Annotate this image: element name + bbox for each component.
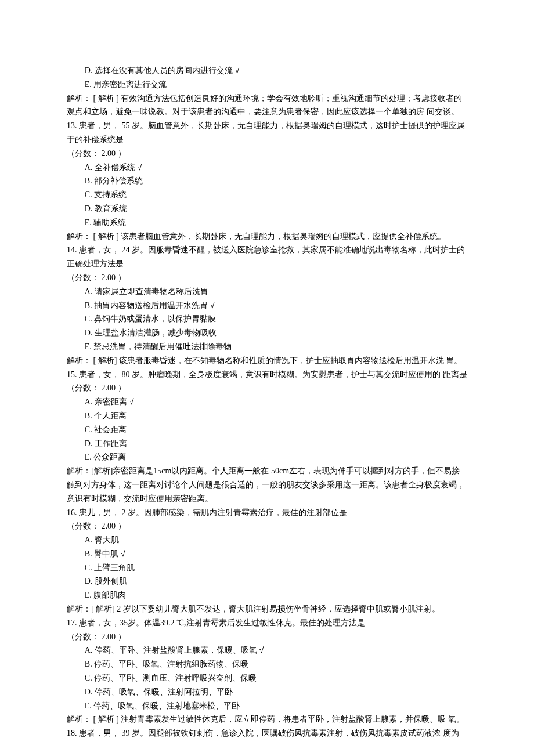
option-text: 臀大肌 <box>95 536 119 544</box>
answer-option: B. 臀中肌 √ <box>67 547 467 561</box>
question: 15. 患者，女， 80 岁。肿瘤晚期，全身极度衰竭，意识有时模糊。为安慰患者，… <box>67 368 467 506</box>
check-mark-icon: √ <box>118 549 125 558</box>
question: 14. 患者，女， 24 岁。因服毒昏迷不醒，被送入医院急诊室抢救，其家属不能准… <box>67 243 467 367</box>
option-text: 停药、平卧、注射盐酸肾上腺素，保暖、吸氧 <box>95 646 257 654</box>
question-stem: 17. 患者，女，35岁。体温39.2 ℃,注射青霉素后发生过敏性休克。最佳的处… <box>67 616 467 630</box>
option-text: 请家属立即查清毒物名称后洗胃 <box>95 287 208 296</box>
question-stem: 13. 患者，男， 55 岁。脑血管意外，长期卧床，无自理能力，根据奥瑞姆的自理… <box>67 119 467 147</box>
option-text: 部分补偿系统 <box>94 176 143 185</box>
answer-option: D. 教育系统 <box>67 202 467 216</box>
option-label: E. <box>85 80 94 89</box>
option-text: 亲密距离 <box>95 397 127 406</box>
question-score: （分数： 2.00 ） <box>67 519 467 533</box>
answer-option: E. 停药、吸氧、保暖、注射地塞米松、平卧 <box>67 699 467 713</box>
option-text: 社会距离 <box>94 425 127 434</box>
answer-option: E. 公众距离 <box>67 450 467 464</box>
question-score: （分数： 2.00 ） <box>67 630 467 644</box>
explanation: 解析： [ 解析 ] 该患者脑血管意外，长期卧床，无自理能力，根据奥瑞姆的自理模… <box>67 230 467 244</box>
option-label: D. <box>85 204 95 213</box>
question-stem: 15. 患者，女， 80 岁。肿瘤晚期，全身极度衰竭，意识有时模糊。为安慰患者，… <box>67 368 467 382</box>
option-text: 禁忌洗胃，待清醒后用催吐法排除毒物 <box>93 342 232 351</box>
explanation: 解析：[ 解析] 2 岁以下婴幼儿臀大肌不发达，臀大肌注射易损伤坐骨神经，应选择… <box>67 602 467 616</box>
question-score: （分数： 2.00 ） <box>67 271 467 285</box>
check-mark-icon: √ <box>233 66 240 75</box>
check-mark-icon: √ <box>127 397 134 406</box>
answer-option: E. 辅助系统 <box>67 216 467 230</box>
answer-option: A. 亲密距离 √ <box>67 395 467 409</box>
option-list: A. 臀大肌B. 臀中肌 √C. 上臂三角肌D. 股外侧肌E. 腹部肌肉 <box>67 533 467 602</box>
answer-option: C. 社会距离 <box>67 423 467 437</box>
question-12-tail: D. 选择在没有其他人员的房间内进行交流 √E. 用亲密距离进行交流 解析： [… <box>67 64 467 119</box>
option-text: 停药、平卧、吸氧、注射抗组胺药物、保暖 <box>94 660 248 668</box>
explanation: 解析：[解析]亲密距离是15cm以内距离。个人距离一般在 50cm左右，表现为伸… <box>67 464 467 505</box>
question: 16. 患儿，男， 2 岁。因肺部感染，需肌内注射青霉素治疗，最佳的注射部位是（… <box>67 506 467 616</box>
option-label: C. <box>85 425 94 434</box>
option-label: B. <box>85 176 94 185</box>
option-text: 停药、吸氧、保暖、注射阿拉明、平卧 <box>95 688 233 696</box>
option-label: D. <box>85 328 95 337</box>
option-text: 腹部肌肉 <box>93 591 126 599</box>
option-label: E. <box>85 701 94 710</box>
option-label: A. <box>85 397 95 406</box>
answer-option: D. 工作距离 <box>67 437 467 451</box>
option-text: 上臂三角肌 <box>94 563 135 572</box>
option-list: D. 选择在没有其他人员的房间内进行交流 √E. 用亲密距离进行交流 <box>67 64 467 92</box>
option-label: A. <box>85 646 95 654</box>
option-text: 股外侧肌 <box>95 577 127 585</box>
question-stem: 18. 患者，男， 39 岁。因腿部被铁钉刺伤，急诊入院，医嘱破伤风抗毒素注射，… <box>67 726 467 740</box>
option-label: A. <box>85 536 95 544</box>
option-text: 生理盐水清洁灌肠，减少毒物吸收 <box>95 328 217 337</box>
option-label: A. <box>85 287 95 296</box>
answer-option: D. 停药、吸氧、保暖、注射阿拉明、平卧 <box>67 685 467 699</box>
answer-option: E. 用亲密距离进行交流 <box>67 78 467 92</box>
option-label: B. <box>85 549 94 558</box>
answer-option: E. 腹部肌肉 <box>67 588 467 602</box>
option-list: A. 全补偿系统 √B. 部分补偿系统C. 支持系统D. 教育系统E. 辅助系统 <box>67 161 467 230</box>
option-text: 个人距离 <box>94 411 127 420</box>
option-list: A. 亲密距离 √B. 个人距离C. 社会距离D. 工作距离E. 公众距离 <box>67 395 467 464</box>
option-text: 支持系统 <box>94 190 127 199</box>
question: 17. 患者，女，35岁。体温39.2 ℃,注射青霉素后发生过敏性休克。最佳的处… <box>67 616 467 726</box>
option-label: D. <box>85 577 95 585</box>
answer-option: A. 臀大肌 <box>67 533 467 547</box>
answer-option: B. 停药、平卧、吸氧、注射抗组胺药物、保暖 <box>67 657 467 671</box>
answer-option: B. 抽胃内容物送检后用温开水洗胃 √ <box>67 299 467 313</box>
option-text: 抽胃内容物送检后用温开水洗胃 <box>94 301 208 310</box>
option-label: A. <box>85 163 95 172</box>
option-text: 工作距离 <box>95 439 127 448</box>
option-list: A. 停药、平卧、注射盐酸肾上腺素，保暖、吸氧 √B. 停药、平卧、吸氧、注射抗… <box>67 643 467 712</box>
question: 13. 患者，男， 55 岁。脑血管意外，长期卧床，无自理能力，根据奥瑞姆的自理… <box>67 119 467 243</box>
option-label: B. <box>85 301 94 310</box>
explanation: 解析： [ 解析 ] 有效沟通方法包括创造良好的沟通环境；学会有效地聆听；重视沟… <box>67 92 467 120</box>
question-list: 13. 患者，男， 55 岁。脑血管意外，长期卧床，无自理能力，根据奥瑞姆的自理… <box>67 119 467 740</box>
check-mark-icon: √ <box>135 162 142 172</box>
option-text: 停药、吸氧、保暖、注射地塞米松、平卧 <box>93 701 240 710</box>
option-label: C. <box>85 563 94 572</box>
option-label: D. <box>85 439 95 448</box>
option-text: 臀中肌 <box>94 549 118 558</box>
option-list: A. 请家属立即查清毒物名称后洗胃B. 抽胃内容物送检后用温开水洗胃 √C. 鼻… <box>67 285 467 354</box>
option-label: B. <box>85 411 94 420</box>
option-label: C. <box>85 674 94 682</box>
option-label: B. <box>85 660 94 668</box>
option-text: 辅助系统 <box>93 218 126 227</box>
option-text: 全补偿系统 <box>95 163 135 172</box>
option-text: 停药、平卧、测血压、注射呼吸兴奋剂、保暖 <box>94 674 257 682</box>
explanation: 解析： [ 解析 ] 注射青霉素发生过敏性休克后，应立即停药，将患者平卧，注射盐… <box>67 712 467 726</box>
check-mark-icon: √ <box>208 301 215 310</box>
answer-option: C. 支持系统 <box>67 188 467 202</box>
option-text: 用亲密距离进行交流 <box>93 80 167 89</box>
option-label: C. <box>85 314 94 323</box>
answer-option: B. 部分补偿系统 <box>67 174 467 188</box>
option-text: 选择在没有其他人员的房间内进行交流 <box>95 66 233 75</box>
answer-option: A. 请家属立即查清毒物名称后洗胃 <box>67 285 467 299</box>
option-label: D. <box>85 66 95 75</box>
question: 18. 患者，男， 39 岁。因腿部被铁钉刺伤，急诊入院，医嘱破伤风抗毒素注射，… <box>67 726 467 740</box>
option-text: 教育系统 <box>95 204 127 213</box>
option-label: D. <box>85 688 95 696</box>
answer-option: E. 禁忌洗胃，待清醒后用催吐法排除毒物 <box>67 340 467 354</box>
question-stem: 16. 患儿，男， 2 岁。因肺部感染，需肌内注射青霉素治疗，最佳的注射部位是 <box>67 506 467 520</box>
answer-option: D. 选择在没有其他人员的房间内进行交流 √ <box>67 64 467 78</box>
answer-option: C. 上臂三角肌 <box>67 561 467 575</box>
answer-option: D. 生理盐水清洁灌肠，减少毒物吸收 <box>67 326 467 340</box>
